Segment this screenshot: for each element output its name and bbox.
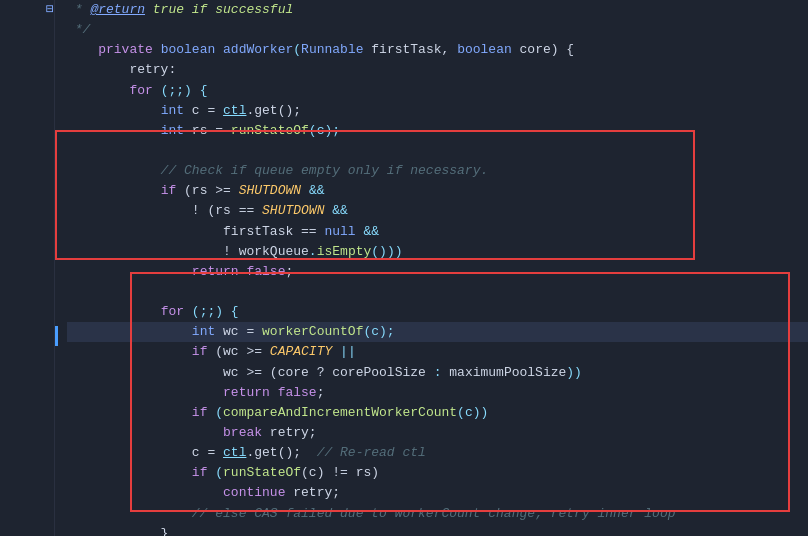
code-token: continue <box>223 483 285 503</box>
code-token <box>67 81 129 101</box>
code-token: rs = <box>184 121 231 141</box>
code-line: break retry; <box>67 423 808 443</box>
line-num <box>0 81 44 101</box>
code-token <box>67 483 223 503</box>
code-token: } <box>67 524 168 536</box>
code-token: .get(); <box>246 443 316 463</box>
code-line: for (;;) { <box>67 81 808 101</box>
code-line: int c = ctl.get(); <box>67 101 808 121</box>
line-num <box>0 40 44 60</box>
code-token: : <box>426 363 449 383</box>
code-token: corePoolSize <box>332 363 426 383</box>
code-token: wc >= (core ? <box>67 363 332 383</box>
fold-icon[interactable]: ⊟ <box>46 0 54 20</box>
line-num <box>0 282 44 302</box>
code-token: . <box>309 242 317 262</box>
code-line: continue retry; <box>67 483 808 503</box>
code-token: c = <box>67 443 223 463</box>
code-token: CAPACITY <box>270 342 332 362</box>
code-token: (wc >= <box>207 342 269 362</box>
code-token <box>215 40 223 60</box>
code-token: false <box>246 262 285 282</box>
line-num <box>0 403 44 423</box>
code-token: private <box>98 40 153 60</box>
code-token: false <box>278 383 317 403</box>
code-token <box>67 262 192 282</box>
code-token <box>324 201 332 221</box>
code-token: isEmpty <box>317 242 372 262</box>
line-num <box>0 222 44 242</box>
line-num <box>0 524 44 536</box>
code-line: if (compareAndIncrementWorkerCount(c)) <box>67 403 808 423</box>
code-token: SHUTDOWN <box>262 201 324 221</box>
code-line: int rs = runStateOf(c); <box>67 121 808 141</box>
code-line: if (rs >= SHUTDOWN && <box>67 181 808 201</box>
code-token: (c); <box>309 121 340 141</box>
code-token: ! <box>67 242 239 262</box>
code-line: firstTask == null && <box>67 222 808 242</box>
code-token: compareAndIncrementWorkerCount <box>223 403 457 423</box>
code-token <box>67 40 98 60</box>
line-num <box>0 201 44 221</box>
line-numbers <box>0 0 55 536</box>
code-token: ())) <box>371 242 402 262</box>
code-token: ! (rs == <box>67 201 262 221</box>
code-token: true if successful <box>145 0 293 20</box>
code-token: ctl <box>223 443 246 463</box>
line-num <box>0 302 44 322</box>
code-token: (c); <box>363 322 394 342</box>
code-token: (c) != rs) <box>301 463 379 483</box>
code-token: @return <box>90 0 145 20</box>
code-token: )) <box>566 363 582 383</box>
code-token: */ <box>67 20 90 40</box>
code-token <box>67 181 161 201</box>
code-line: // Check if queue empty only if necessar… <box>67 161 808 181</box>
line-num <box>0 443 44 463</box>
code-token: null <box>324 222 355 242</box>
code-token: ( <box>293 40 301 60</box>
code-token: ( <box>207 463 223 483</box>
code-token: (;;) { <box>184 302 239 322</box>
code-token <box>67 463 192 483</box>
code-token: // Check if queue empty only if necessar… <box>67 161 488 181</box>
code-token: retry; <box>262 423 317 443</box>
code-line: ! workQueue.isEmpty())) <box>67 242 808 262</box>
code-token: && <box>363 222 379 242</box>
code-token <box>67 403 192 423</box>
code-token: firstTask == <box>67 222 324 242</box>
code-token: for <box>129 81 152 101</box>
code-line: if (wc >= CAPACITY || <box>67 342 808 362</box>
code-token: && <box>309 181 325 201</box>
code-token <box>332 342 340 362</box>
code-token: if <box>192 403 208 423</box>
code-token: || <box>340 342 356 362</box>
code-token <box>67 423 223 443</box>
code-content: * @return true if successful */ private … <box>55 0 808 536</box>
line-num <box>0 322 44 342</box>
code-line: * @return true if successful <box>67 0 808 20</box>
code-line: private boolean addWorker(Runnable first… <box>67 40 808 60</box>
line-num <box>0 121 44 141</box>
line-num <box>0 0 44 20</box>
line-num <box>0 181 44 201</box>
code-line: int wc = workerCountOf(c); <box>67 322 808 342</box>
line-num <box>0 463 44 483</box>
code-token: int <box>161 101 184 121</box>
code-token: if <box>192 463 208 483</box>
code-token: (c)) <box>457 403 488 423</box>
line-num <box>0 161 44 181</box>
line-num <box>0 504 44 524</box>
code-token <box>67 121 161 141</box>
code-token <box>153 40 161 60</box>
code-token: (rs >= <box>176 181 238 201</box>
code-token: core) { <box>512 40 574 60</box>
code-token: addWorker <box>223 40 293 60</box>
code-token <box>67 322 192 342</box>
code-token: // Re-read ctl <box>317 443 426 463</box>
line-num <box>0 101 44 121</box>
line-num <box>0 363 44 383</box>
code-line: } <box>67 524 808 536</box>
line-num <box>0 383 44 403</box>
code-token: (;;) { <box>153 81 208 101</box>
code-token: int <box>192 322 215 342</box>
